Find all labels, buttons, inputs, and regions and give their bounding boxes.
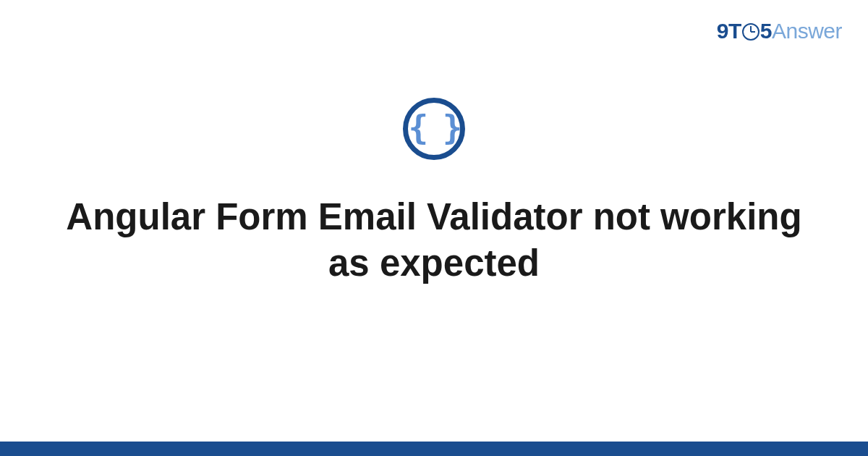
- brand-logo: 9T 5 Answer: [717, 19, 842, 43]
- page-title: Angular Form Email Validator not working…: [0, 194, 868, 287]
- clock-icon: [742, 23, 760, 41]
- brand-part-answer: Answer: [772, 19, 842, 43]
- code-braces-icon: { }: [403, 98, 465, 160]
- brand-part-9t: 9T: [717, 19, 741, 43]
- brand-part-5: 5: [760, 19, 772, 43]
- braces-glyph: { }: [408, 111, 459, 144]
- footer-accent-bar: [0, 442, 868, 456]
